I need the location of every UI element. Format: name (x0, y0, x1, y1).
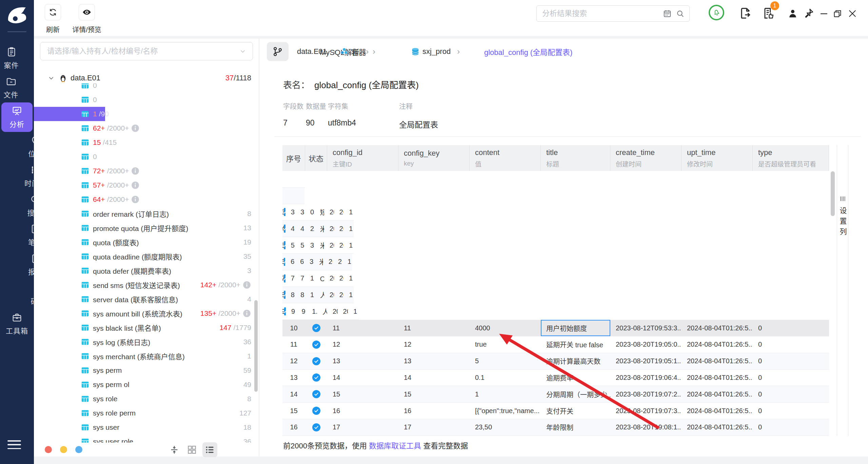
tree-table-item[interactable]: sys role perm 127 (34, 406, 259, 420)
cell-type[interactable]: 0 (753, 370, 829, 386)
sidebar-item-location[interactable]: 位置 (0, 132, 71, 161)
cell-config-key[interactable]: 15 (398, 386, 470, 402)
breadcrumb-item[interactable]: sxj_prod (411, 47, 482, 56)
tree-table-item[interactable]: sys log (系统日志) 36 (34, 335, 259, 349)
cell-content[interactable]: 2.3 (305, 220, 315, 237)
info-icon[interactable] (131, 124, 140, 133)
cell-create-time[interactable]: 2023-08-12T09:54:0... (304, 171, 310, 187)
cell-config-id[interactable]: 15 (327, 386, 398, 402)
table-row-6[interactable]: 6 6 6 3 米融雷达价格 2023-08-24T05:02:4... 202… (282, 254, 352, 270)
cell-type[interactable]: 1 (343, 287, 354, 303)
tree-table-item[interactable]: global config (全局配置表) 1 /90 (34, 107, 105, 121)
sidebar-item-notes[interactable]: 笔记 (0, 220, 71, 250)
sidebar-item-toolbox[interactable]: 工具箱 (0, 309, 34, 339)
cell-upt-time[interactable]: 2024-08-04T01:26:5... (682, 419, 753, 436)
cell-create-time[interactable]: 2023-08-20T19:08:1... (610, 419, 682, 436)
sidebar-item-timeline[interactable]: 时间线 (0, 161, 71, 191)
cell-config-key[interactable]: 2 (288, 188, 293, 204)
cell-upt-time[interactable]: 2024-08-04T01:26:5... (682, 336, 753, 353)
cell-create-time[interactable]: 2023-08-20T19:07:2... (610, 386, 682, 402)
tree-table-item[interactable]: sys role 8 (34, 392, 259, 406)
cell-create-time[interactable]: 2023-08-12T09:54:3... (324, 237, 334, 253)
user-account-icon[interactable] (787, 8, 798, 19)
cell-upt-time[interactable]: 2024-08-04T01:26:5... (682, 353, 753, 369)
cell-content[interactable]: 4000 (470, 320, 541, 336)
tree-table-item[interactable]: sys merchant (系统商户信息) 1 (34, 349, 259, 363)
cell-create-time[interactable]: 2023-08-20T19:06:4... (610, 370, 682, 386)
tree-table-item[interactable]: sys user role 36 (34, 434, 259, 443)
cell-create-time[interactable]: 2023-09-19T01:15:3... (324, 270, 334, 287)
cell-type[interactable]: 1 (343, 204, 354, 220)
info-icon[interactable] (131, 181, 140, 190)
cell-config-id[interactable]: 13 (327, 353, 398, 369)
cell-type[interactable]: 1 (315, 171, 320, 187)
preview-button[interactable] (79, 4, 95, 20)
cell-config-id[interactable]: 5 (285, 237, 295, 253)
table-row-2[interactable]: 2 2 2 1.2 手机认证价格 2023-08-12T09:54:3... 2… (282, 188, 304, 204)
cell-upt-time[interactable]: 2024-08-04T01:26:5... (682, 320, 753, 336)
breadcrumb-item[interactable]: global_config (全局配置表) (482, 46, 553, 57)
chevron-down-icon[interactable] (47, 74, 55, 82)
cell-create-time[interactable]: 2023-08-12T09:54:3... (304, 188, 310, 204)
cell-title[interactable]: 用户初始额度 (541, 320, 610, 336)
grid-view-icon[interactable] (187, 445, 197, 455)
cell-config-id[interactable]: 6 (285, 254, 295, 270)
breadcrumb-item[interactable]: data.E01 (295, 47, 317, 56)
cell-create-time[interactable]: 2023-08-20T19:07:3... (610, 403, 682, 419)
cell-content[interactable]: 0.07 (305, 204, 315, 220)
cell-config-id[interactable]: 4 (285, 220, 295, 237)
cell-title[interactable]: 分期周期（一期多少... (541, 386, 610, 402)
menu-hamburger-icon[interactable] (7, 440, 21, 449)
collapse-all-icon[interactable] (169, 445, 179, 455)
parse-tree-button[interactable] (267, 42, 289, 61)
cell-title[interactable]: 人脸活体4价格 (317, 303, 327, 320)
cell-config-key[interactable]: 12 (398, 336, 470, 353)
cell-create-time[interactable]: 2023-08-12T09:53:3... (610, 320, 682, 336)
cell-config-key[interactable]: 4 (295, 220, 305, 237)
notification-bell-button[interactable] (709, 5, 724, 20)
tree-table-item[interactable]: sys black list (黑名单) 147 /1779 (34, 321, 259, 335)
breadcrumb-item[interactable]: MySQL解析 (317, 46, 339, 57)
info-icon[interactable] (242, 281, 251, 289)
cell-config-id[interactable]: 16 (327, 403, 398, 419)
sidebar-item-report[interactable]: 报告 (0, 250, 71, 279)
search-icon[interactable] (676, 9, 685, 18)
cell-title[interactable]: 支付开关 (541, 403, 610, 419)
table-row-5[interactable]: 5 5 5 3 米融探针价格 2023-08-12T09:54:3... 202… (282, 237, 354, 254)
cell-config-key[interactable]: 5 (295, 237, 305, 253)
cell-upt-time[interactable]: 2024-08-04T01:26:5... (310, 188, 315, 204)
breadcrumb-item[interactable]: 容器 (339, 46, 411, 57)
analysis-search-box[interactable] (536, 5, 690, 22)
cell-title[interactable]: 手机认证价格 (299, 188, 304, 204)
table-row-3[interactable]: 3 3 3 0.07 短信价格 2023-08-12T09:54:3... 20… (282, 204, 354, 221)
table-row-16[interactable]: 15 16 16 [{"open":true,"name... 支付开关 202… (282, 403, 829, 419)
cell-create-time[interactable]: 2023-08-20T19:05:1... (610, 353, 682, 369)
cell-type[interactable]: 0 (753, 386, 829, 402)
tree-filter-select[interactable] (40, 42, 253, 60)
cell-type[interactable]: 0 (753, 336, 829, 353)
cell-upt-time[interactable]: 2024-08-04T01:26:5... (334, 237, 344, 253)
cell-title[interactable]: 逾期计算最高天数 (541, 353, 610, 369)
cell-config-key[interactable]: 9 (296, 303, 307, 320)
cell-upt-time[interactable]: 2024-08-04T01:26:5... (682, 386, 753, 402)
cell-type[interactable]: 1 (315, 188, 320, 204)
cell-config-id[interactable]: 12 (327, 336, 398, 353)
cell-upt-time[interactable]: 2024-08-04T01:26:5... (334, 220, 344, 237)
table-row-9[interactable]: 9 9 9 1.6 人脸活体4价格 2023-10-16T07:01:3... … (282, 303, 359, 320)
pin-window-icon[interactable] (803, 7, 814, 19)
cell-content[interactable]: [{"open":true,"name... (470, 403, 541, 419)
cell-content[interactable]: 1.2 (293, 188, 299, 204)
close-icon[interactable] (848, 9, 857, 18)
cell-config-key[interactable]: 8 (295, 287, 305, 303)
sidebar-item-case[interactable]: 案件 (0, 43, 23, 73)
cell-type[interactable]: 1 (343, 270, 354, 287)
cell-upt-time[interactable]: 2024-08-04T01:26:5... (682, 370, 753, 386)
cell-content[interactable]: 3 (304, 254, 314, 270)
cell-content[interactable]: 1 (470, 386, 541, 402)
cell-create-time[interactable]: 2023-08-12T09:54:3... (324, 204, 334, 220)
cell-content[interactable]: true (470, 336, 541, 353)
cell-content[interactable]: 3 (305, 237, 315, 253)
cell-title[interactable]: 米融探针价格 (315, 237, 324, 253)
tree-root-data-e01[interactable]: data.E01 37/1118 (34, 72, 259, 84)
cell-config-id[interactable]: 11 (327, 320, 398, 336)
